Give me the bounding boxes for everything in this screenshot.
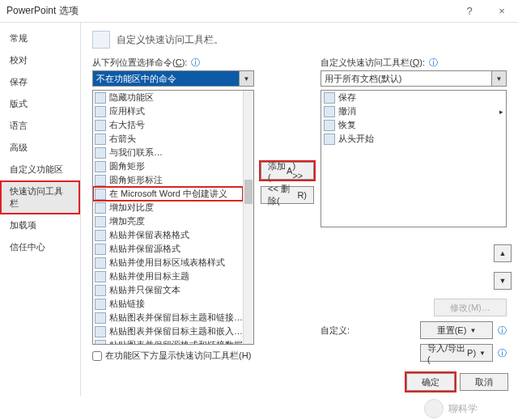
import-export-button[interactable]: 导入/导出(P)▼ [420,344,493,362]
command-icon [95,230,106,241]
chevron-down-icon[interactable]: ▼ [491,71,506,86]
customize-qat-label: 自定义快速访问工具栏(Q): ⓘ [321,57,507,69]
command-icon [95,175,106,186]
chevron-down-icon[interactable]: ▼ [239,71,253,86]
command-icon [324,120,335,131]
ok-button[interactable]: 确定 [406,373,455,391]
command-icon [95,271,106,282]
info-icon[interactable]: ⓘ [429,57,438,67]
list-item-label: 恢复 [338,119,356,131]
list-item[interactable]: 在 Microsoft Word 中创建讲义 [93,187,243,201]
list-item[interactable]: 增加对比度 [93,201,243,214]
list-item[interactable]: 粘贴并只保留文本 [93,283,243,297]
sidebar-item-proofing[interactable]: 校对 [0,49,80,71]
page-title: 自定义快速访问工具栏。 [117,33,223,47]
list-item[interactable]: 增加亮度 [93,214,243,228]
command-icon [95,147,106,159]
list-item-label: 增加对比度 [109,202,154,214]
command-icon [95,106,106,117]
list-item-label: 粘贴图表并保留源格式和链接数据 [109,339,243,345]
watermark-logo-icon [424,399,444,418]
list-item-label: 粘贴图表并保留目标主题和嵌入… [109,325,243,337]
list-item-label: 应用样式 [109,105,145,117]
command-icon [95,202,106,214]
list-item[interactable]: 与我们联系… [93,146,243,159]
command-icon [95,216,106,227]
list-item[interactable]: 恢复 [321,118,506,132]
list-item[interactable]: 粘贴并使用目标主题 [93,269,243,283]
info-icon[interactable]: ⓘ [498,347,507,359]
sidebar-item-layout[interactable]: 版式 [0,93,80,115]
sidebar-item-save[interactable]: 保存 [0,71,80,93]
toolbar-icon [92,31,110,49]
sidebar-item-general[interactable]: 常规 [0,28,80,49]
watermark: 聊科学 [424,399,478,418]
scrollbar[interactable] [243,91,253,344]
list-item[interactable]: 粘贴图表并保留目标主题和嵌入… [93,325,243,338]
command-icon [95,299,106,310]
list-item[interactable]: 粘贴并使用目标区域表格样式 [93,256,243,269]
list-item-label: 增加亮度 [109,215,145,227]
titlebar: PowerPoint 选项 ? × [0,0,518,23]
sidebar: 常规 校对 保存 版式 语言 高级 自定义功能区 快速访问工具栏 加载项 信任中… [0,23,81,396]
list-item[interactable]: 撤消▸ [321,104,506,118]
add-button[interactable]: 添加(A) >> [261,162,314,180]
choose-commands-combo[interactable]: 不在功能区中的命令 ▼ [92,70,254,87]
move-down-button[interactable]: ▼ [494,272,512,290]
list-item-label: 保存 [338,91,356,104]
modify-button[interactable]: 修改(M)… [434,299,507,316]
sidebar-item-addins[interactable]: 加载项 [0,214,80,236]
command-icon [95,92,106,104]
command-icon [95,257,106,269]
help-button[interactable]: ? [453,0,486,23]
list-item[interactable]: 从头开始 [321,132,506,146]
list-item[interactable]: 粘贴图表并保留源格式和链接数据 [93,338,243,345]
list-item[interactable]: 粘贴并保留表格格式 [93,228,243,242]
list-item[interactable]: 圆角矩形标注 [93,173,243,187]
list-item[interactable]: 粘贴链接 [93,297,243,311]
sidebar-item-customize-ribbon[interactable]: 自定义功能区 [0,159,80,180]
content-pane: 自定义快速访问工具栏。 从下列位置选择命令(C): ⓘ 不在功能区中的命令 ▼ … [81,23,518,396]
list-item-label: 粘贴并使用目标主题 [109,270,189,282]
list-item-label: 粘贴链接 [109,298,145,310]
command-icon [95,189,106,200]
command-icon [324,106,335,117]
sidebar-item-quick-access[interactable]: 快速访问工具栏 [0,180,80,214]
dialog-title: PowerPoint 选项 [6,4,79,18]
list-item-label: 从头开始 [338,133,374,145]
info-icon[interactable]: ⓘ [498,325,507,337]
list-item-label: 圆角矩形 [109,160,145,172]
remove-button[interactable]: << 删除(R) [261,186,314,204]
sidebar-item-advanced[interactable]: 高级 [0,137,80,159]
list-item-label: 隐藏功能区 [109,91,154,104]
sidebar-item-language[interactable]: 语言 [0,115,80,137]
command-icon [95,340,106,346]
list-item[interactable]: 圆角矩形 [93,159,243,173]
list-item-label: 粘贴并保留源格式 [109,243,180,255]
list-item[interactable]: 粘贴并保留源格式 [93,242,243,256]
close-button[interactable]: × [486,0,518,23]
list-item[interactable]: 右大括号 [93,118,243,132]
move-up-button[interactable]: ▲ [494,244,512,262]
available-commands-list[interactable]: 隐藏功能区应用样式右大括号右箭头与我们联系…圆角矩形圆角矩形标注在 Micros… [92,90,254,345]
list-item-label: 圆角矩形标注 [109,174,163,186]
list-item[interactable]: 保存 [321,91,506,104]
sidebar-item-trust[interactable]: 信任中心 [0,236,80,258]
list-item[interactable]: 隐藏功能区 [93,91,243,104]
list-item[interactable]: 应用样式 [93,104,243,118]
qat-commands-list[interactable]: 保存撤消▸恢复从头开始 [321,90,507,227]
list-item-label: 右箭头 [109,133,136,145]
choose-commands-label: 从下列位置选择命令(C): ⓘ [92,57,254,69]
command-icon [324,92,335,104]
info-icon[interactable]: ⓘ [191,57,200,67]
show-below-ribbon-checkbox[interactable] [92,351,102,361]
reset-button[interactable]: 重置(E)▼ [420,321,493,339]
cancel-button[interactable]: 取消 [460,373,508,391]
list-item-label: 撤消 [338,105,356,117]
list-item[interactable]: 右箭头 [93,132,243,146]
command-icon [324,134,335,145]
list-item[interactable]: 粘贴图表并保留目标主题和链接… [93,311,243,325]
target-document-combo[interactable]: 用于所有文档(默认) ▼ [321,70,507,87]
show-below-ribbon-label: 在功能区下方显示快速访问工具栏(H) [105,350,251,362]
command-icon [95,120,106,131]
